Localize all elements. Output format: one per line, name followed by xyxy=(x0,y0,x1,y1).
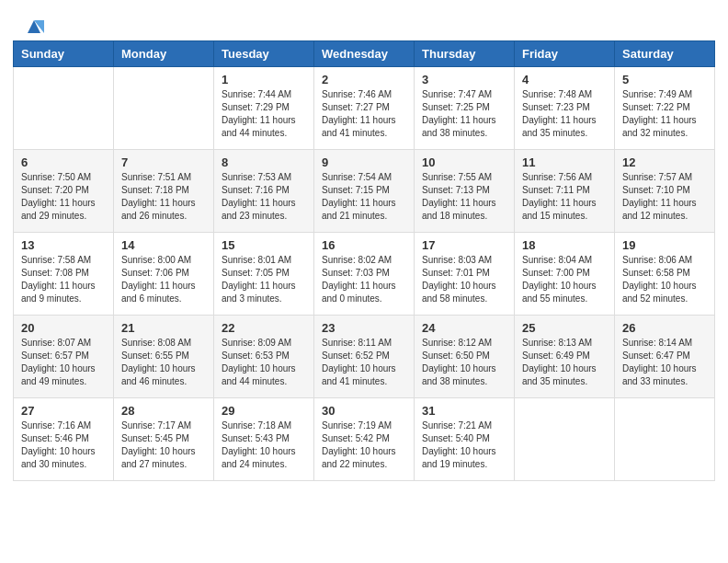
day-info: Sunrise: 7:47 AMSunset: 7:25 PMDaylight:… xyxy=(422,88,506,140)
day-number: 30 xyxy=(322,404,406,418)
calendar-table: SundayMondayTuesdayWednesdayThursdayFrid… xyxy=(13,40,715,481)
calendar-cell: 23Sunrise: 8:11 AMSunset: 6:52 PMDayligh… xyxy=(314,316,415,398)
calendar-cell: 17Sunrise: 8:03 AMSunset: 7:01 PMDayligh… xyxy=(415,233,515,316)
day-number: 28 xyxy=(121,404,206,418)
day-info: Sunrise: 7:21 AMSunset: 5:40 PMDaylight:… xyxy=(422,419,506,471)
calendar-cell: 1Sunrise: 7:44 AMSunset: 7:29 PMDaylight… xyxy=(214,67,314,150)
day-info: Sunrise: 7:49 AMSunset: 7:22 PMDaylight:… xyxy=(622,88,707,140)
day-info: Sunrise: 7:16 AMSunset: 5:46 PMDaylight:… xyxy=(21,419,106,471)
day-number: 5 xyxy=(622,73,707,86)
calendar-cell: 19Sunrise: 8:06 AMSunset: 6:58 PMDayligh… xyxy=(615,233,715,316)
day-info: Sunrise: 8:03 AMSunset: 7:01 PMDaylight:… xyxy=(422,254,506,305)
weekday-header: Friday xyxy=(515,41,615,67)
calendar-container: SundayMondayTuesdayWednesdayThursdayFrid… xyxy=(0,40,728,494)
calendar-cell: 8Sunrise: 7:53 AMSunset: 7:16 PMDaylight… xyxy=(214,150,314,233)
day-info: Sunrise: 8:06 AMSunset: 6:58 PMDaylight:… xyxy=(622,254,707,305)
calendar-cell: 31Sunrise: 7:21 AMSunset: 5:40 PMDayligh… xyxy=(415,398,515,481)
day-info: Sunrise: 8:04 AMSunset: 7:00 PMDaylight:… xyxy=(522,254,607,305)
day-number: 8 xyxy=(222,155,306,169)
calendar-cell: 14Sunrise: 8:00 AMSunset: 7:06 PMDayligh… xyxy=(114,233,214,316)
calendar-cell: 2Sunrise: 7:46 AMSunset: 7:27 PMDaylight… xyxy=(314,67,415,150)
calendar-cell xyxy=(14,67,114,150)
calendar-cell: 29Sunrise: 7:18 AMSunset: 5:43 PMDayligh… xyxy=(214,398,314,481)
calendar-cell: 15Sunrise: 8:01 AMSunset: 7:05 PMDayligh… xyxy=(214,233,314,316)
day-number: 20 xyxy=(21,321,106,335)
day-number: 26 xyxy=(622,321,707,335)
calendar-cell: 4Sunrise: 7:48 AMSunset: 7:23 PMDaylight… xyxy=(515,67,615,150)
day-info: Sunrise: 7:18 AMSunset: 5:43 PMDaylight:… xyxy=(222,419,306,471)
day-number: 31 xyxy=(422,404,506,418)
day-info: Sunrise: 7:54 AMSunset: 7:15 PMDaylight:… xyxy=(322,171,406,223)
day-number: 21 xyxy=(121,321,206,335)
calendar-cell: 28Sunrise: 7:17 AMSunset: 5:45 PMDayligh… xyxy=(114,398,214,481)
calendar-week-row: 6Sunrise: 7:50 AMSunset: 7:20 PMDaylight… xyxy=(14,150,715,233)
calendar-cell: 7Sunrise: 7:51 AMSunset: 7:18 PMDaylight… xyxy=(114,150,214,233)
day-info: Sunrise: 8:01 AMSunset: 7:05 PMDaylight:… xyxy=(222,254,306,305)
calendar-week-row: 1Sunrise: 7:44 AMSunset: 7:29 PMDaylight… xyxy=(14,67,715,150)
calendar-week-row: 20Sunrise: 8:07 AMSunset: 6:57 PMDayligh… xyxy=(14,316,715,398)
calendar-cell: 18Sunrise: 8:04 AMSunset: 7:00 PMDayligh… xyxy=(515,233,615,316)
day-info: Sunrise: 7:58 AMSunset: 7:08 PMDaylight:… xyxy=(21,254,106,305)
calendar-cell: 12Sunrise: 7:57 AMSunset: 7:10 PMDayligh… xyxy=(615,150,715,233)
day-info: Sunrise: 7:44 AMSunset: 7:29 PMDaylight:… xyxy=(222,88,306,140)
day-number: 1 xyxy=(222,73,306,86)
day-number: 27 xyxy=(21,404,106,418)
logo-icon xyxy=(24,17,44,37)
day-number: 23 xyxy=(322,321,406,335)
day-info: Sunrise: 8:07 AMSunset: 6:57 PMDaylight:… xyxy=(21,337,106,388)
day-info: Sunrise: 7:57 AMSunset: 7:10 PMDaylight:… xyxy=(622,171,707,223)
calendar-cell: 16Sunrise: 8:02 AMSunset: 7:03 PMDayligh… xyxy=(314,233,415,316)
calendar-cell: 30Sunrise: 7:19 AMSunset: 5:42 PMDayligh… xyxy=(314,398,415,481)
day-info: Sunrise: 7:53 AMSunset: 7:16 PMDaylight:… xyxy=(222,171,306,223)
day-number: 17 xyxy=(422,238,506,252)
weekday-header: Saturday xyxy=(615,41,715,67)
day-info: Sunrise: 8:11 AMSunset: 6:52 PMDaylight:… xyxy=(322,337,406,388)
day-number: 3 xyxy=(422,73,506,86)
day-info: Sunrise: 8:00 AMSunset: 7:06 PMDaylight:… xyxy=(121,254,206,305)
day-info: Sunrise: 7:19 AMSunset: 5:42 PMDaylight:… xyxy=(322,419,406,471)
day-number: 13 xyxy=(21,238,106,252)
day-info: Sunrise: 7:56 AMSunset: 7:11 PMDaylight:… xyxy=(522,171,607,223)
calendar-cell: 26Sunrise: 8:14 AMSunset: 6:47 PMDayligh… xyxy=(615,316,715,398)
calendar-week-row: 13Sunrise: 7:58 AMSunset: 7:08 PMDayligh… xyxy=(14,233,715,316)
weekday-header: Sunday xyxy=(14,41,114,67)
day-number: 9 xyxy=(322,155,406,169)
calendar-header-row: SundayMondayTuesdayWednesdayThursdayFrid… xyxy=(14,41,715,67)
calendar-cell: 13Sunrise: 7:58 AMSunset: 7:08 PMDayligh… xyxy=(14,233,114,316)
day-info: Sunrise: 8:02 AMSunset: 7:03 PMDaylight:… xyxy=(322,254,406,305)
day-info: Sunrise: 8:13 AMSunset: 6:49 PMDaylight:… xyxy=(522,337,607,388)
calendar-cell: 27Sunrise: 7:16 AMSunset: 5:46 PMDayligh… xyxy=(14,398,114,481)
logo xyxy=(22,17,44,33)
weekday-header: Wednesday xyxy=(314,41,415,67)
calendar-cell: 21Sunrise: 8:08 AMSunset: 6:55 PMDayligh… xyxy=(114,316,214,398)
calendar-cell xyxy=(515,398,615,481)
calendar-week-row: 27Sunrise: 7:16 AMSunset: 5:46 PMDayligh… xyxy=(14,398,715,481)
calendar-cell xyxy=(114,67,214,150)
day-number: 25 xyxy=(522,321,607,335)
day-info: Sunrise: 8:14 AMSunset: 6:47 PMDaylight:… xyxy=(622,337,707,388)
day-number: 10 xyxy=(422,155,506,169)
day-info: Sunrise: 7:51 AMSunset: 7:18 PMDaylight:… xyxy=(121,171,206,223)
day-number: 18 xyxy=(522,238,607,252)
day-number: 4 xyxy=(522,73,607,86)
day-info: Sunrise: 8:08 AMSunset: 6:55 PMDaylight:… xyxy=(121,337,206,388)
day-number: 14 xyxy=(121,238,206,252)
day-info: Sunrise: 8:09 AMSunset: 6:53 PMDaylight:… xyxy=(222,337,306,388)
calendar-cell: 25Sunrise: 8:13 AMSunset: 6:49 PMDayligh… xyxy=(515,316,615,398)
calendar-cell: 24Sunrise: 8:12 AMSunset: 6:50 PMDayligh… xyxy=(415,316,515,398)
calendar-cell: 20Sunrise: 8:07 AMSunset: 6:57 PMDayligh… xyxy=(14,316,114,398)
day-info: Sunrise: 7:50 AMSunset: 7:20 PMDaylight:… xyxy=(21,171,106,223)
day-info: Sunrise: 7:46 AMSunset: 7:27 PMDaylight:… xyxy=(322,88,406,140)
weekday-header: Monday xyxy=(114,41,214,67)
calendar-cell: 3Sunrise: 7:47 AMSunset: 7:25 PMDaylight… xyxy=(415,67,515,150)
day-info: Sunrise: 7:55 AMSunset: 7:13 PMDaylight:… xyxy=(422,171,506,223)
calendar-cell: 10Sunrise: 7:55 AMSunset: 7:13 PMDayligh… xyxy=(415,150,515,233)
weekday-header: Tuesday xyxy=(214,41,314,67)
day-info: Sunrise: 8:12 AMSunset: 6:50 PMDaylight:… xyxy=(422,337,506,388)
day-number: 19 xyxy=(622,238,707,252)
day-info: Sunrise: 7:17 AMSunset: 5:45 PMDaylight:… xyxy=(121,419,206,471)
day-number: 29 xyxy=(222,404,306,418)
day-number: 12 xyxy=(622,155,707,169)
calendar-cell: 22Sunrise: 8:09 AMSunset: 6:53 PMDayligh… xyxy=(214,316,314,398)
day-number: 16 xyxy=(322,238,406,252)
